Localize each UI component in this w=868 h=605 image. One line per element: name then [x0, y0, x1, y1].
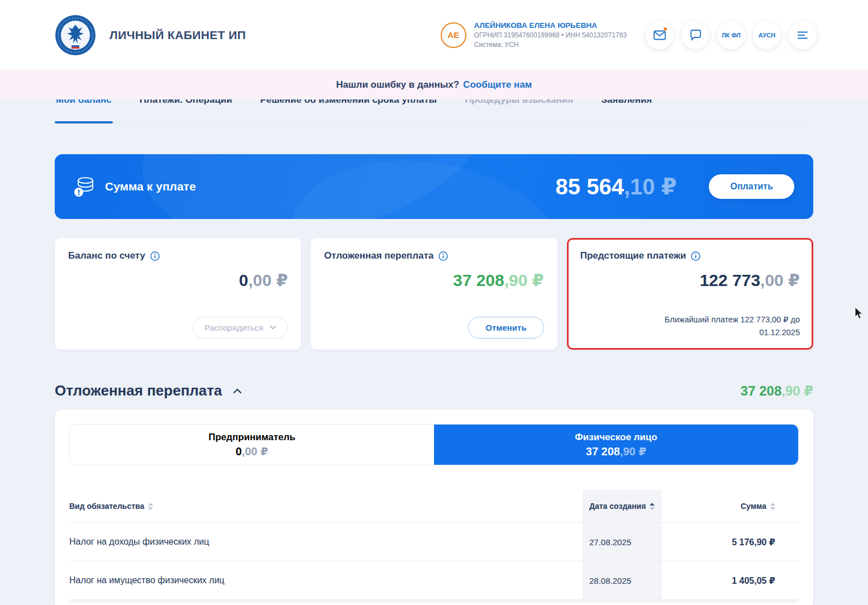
card-amount: 37 208,90 ₽ [324, 270, 543, 290]
card-title: Предстоящие платежи [580, 250, 686, 261]
header-obligation-type[interactable]: Вид обязательства [69, 490, 583, 522]
avatar[interactable]: АЕ [441, 22, 466, 48]
notification-dot [663, 27, 667, 31]
amount-due-label: Сумма к уплате [105, 180, 196, 193]
header-actions: ЛК ФЛ АУСН [646, 21, 817, 49]
user-menu[interactable]: АЕ АЛЕЙНИКОВА ЕЛЕНА ЮРЬЕВНА ОГРНИП 31954… [441, 21, 627, 49]
user-ids: ОГРНИП 319547600199968 • ИНН 54013207178… [474, 31, 627, 39]
info-icon[interactable] [150, 251, 160, 261]
card-amount: 0,00 ₽ [68, 270, 288, 290]
header-amount[interactable]: Сумма [662, 490, 799, 522]
overpayment-table: Вид обязательства Дата создания Сумма На… [69, 490, 799, 603]
entity-toggle: Предприниматель 0,00 ₽ Физическое лицо 3… [69, 424, 799, 465]
chat-button[interactable] [681, 21, 709, 49]
coins-icon [73, 175, 96, 198]
card-amount: 122 773,00 ₽ [580, 270, 800, 290]
header: ЛИЧНЫЙ КАБИНЕТ ИП АЕ АЛЕЙНИКОВА ЕЛЕНА ЮР… [0, 0, 868, 70]
report-error-link[interactable]: Сообщите нам [463, 79, 532, 90]
chevron-down-icon [270, 326, 276, 330]
deferred-overpayment-panel: Предприниматель 0,00 ₽ Физическое лицо 3… [55, 409, 813, 605]
header-creation-date[interactable]: Дата создания [583, 490, 662, 522]
sort-icon [148, 503, 153, 510]
pay-button[interactable]: Оплатить [709, 174, 794, 199]
toggle-individual[interactable]: Физическое лицо 37 208,90 ₽ [434, 425, 798, 465]
info-icon[interactable] [691, 251, 700, 261]
info-icon[interactable] [438, 251, 448, 261]
summary-cards: Баланс по счету 0,00 ₽ Распорядиться Отл… [55, 238, 813, 350]
table-header-row: Вид обязательства Дата создания Сумма [69, 490, 799, 522]
cell-obligation-type: Налог на доходы физических лиц [69, 523, 583, 561]
deferred-overpayment-section-head: Отложенная переплата 37 208,90 ₽ [55, 382, 813, 399]
table-row-partial [69, 599, 799, 603]
toggle-entrepreneur[interactable]: Предприниматель 0,00 ₽ [70, 425, 434, 465]
card-upcoming-payments: Предстоящие платежи 122 773,00 ₽ Ближайш… [567, 238, 813, 350]
collapse-section-button[interactable] [231, 386, 244, 396]
card-account-balance: Баланс по счету 0,00 ₽ Распорядиться [55, 238, 301, 350]
error-notice-bar: Нашли ошибку в данных? Сообщите нам [0, 70, 868, 99]
cancel-button[interactable]: Отменить [468, 317, 543, 339]
amount-due-value: 85 564,10 ₽ [556, 174, 677, 199]
page-title: ЛИЧНЫЙ КАБИНЕТ ИП [109, 28, 246, 42]
cell-amount: 1 405,05 ₽ [662, 561, 799, 599]
chat-icon [690, 30, 702, 41]
cell-creation-date: 28.08.2025 [583, 561, 662, 599]
mouse-cursor [855, 307, 864, 322]
card-title: Отложенная переплата [324, 250, 433, 261]
section-title: Отложенная переплата [55, 382, 222, 399]
section-amount: 37 208,90 ₽ [741, 383, 813, 399]
hamburger-icon [797, 31, 808, 40]
table-row[interactable]: Налог на доходы физических лиц 27.08.202… [69, 522, 799, 561]
menu-button[interactable] [789, 21, 817, 49]
ausn-button[interactable]: АУСН [753, 21, 781, 49]
card-deferred-overpayment: Отложенная переплата 37 208,90 ₽ Отменит… [311, 238, 557, 350]
next-payment-note: Ближайший платеж 122 773,00 ₽ до 01.12.2… [635, 313, 800, 339]
sort-icon-active-asc [650, 503, 655, 510]
notice-text: Нашли ошибку в данных? [336, 79, 459, 90]
cell-obligation-type: Налог на имущество физических лиц [69, 561, 583, 599]
cell-creation-date: 27.08.2025 [583, 523, 662, 561]
mail-icon [654, 30, 666, 40]
chevron-up-icon [233, 388, 242, 394]
sort-icon [770, 503, 775, 510]
lk-fl-button[interactable]: ЛК ФЛ [717, 21, 745, 49]
table-row[interactable]: Налог на имущество физических лиц 28.08.… [69, 561, 799, 599]
mail-button[interactable] [646, 21, 674, 49]
dispose-button[interactable]: Распорядиться [193, 317, 288, 339]
fns-logo-icon[interactable] [55, 15, 96, 56]
user-tax-system: Система: УСН [474, 41, 627, 49]
amount-due-banner: Сумма к уплате 85 564,10 ₽ Оплатить [55, 154, 813, 219]
card-title: Баланс по счету [68, 250, 145, 261]
cell-amount: 5 176,90 ₽ [662, 523, 799, 561]
user-name: АЛЕЙНИКОВА ЕЛЕНА ЮРЬЕВНА [474, 21, 627, 30]
